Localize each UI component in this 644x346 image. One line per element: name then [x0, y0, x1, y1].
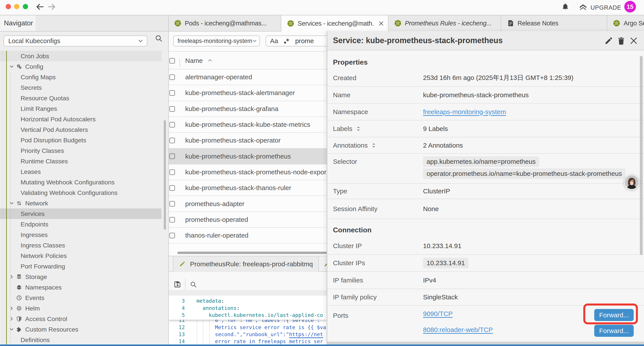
namespace-link[interactable]: freeleaps-monitoring-system: [423, 108, 506, 115]
sidebar-item[interactable]: Namespaces: [0, 282, 168, 293]
row-checkbox[interactable]: [170, 106, 175, 112]
sidebar-item[interactable]: Config: [0, 61, 168, 72]
port-link[interactable]: 9090/TCP: [423, 310, 453, 318]
window-close-button[interactable]: [6, 4, 11, 9]
cluster-tab[interactable]: Services - icecheng@math...: [281, 15, 388, 31]
cluster-ips-badge[interactable]: 10.233.14.91: [423, 258, 468, 268]
upgrade-button[interactable]: UPGRADE: [579, 0, 622, 15]
layers-icon: [16, 285, 22, 290]
select-all-checkbox[interactable]: [170, 58, 175, 63]
window-zoom-button[interactable]: [23, 4, 28, 9]
sidebar-search-icon[interactable]: [155, 34, 163, 42]
user-avatar[interactable]: [624, 174, 640, 190]
sidebar-item[interactable]: Resource Quotas: [0, 93, 168, 103]
regex-toggle-icon[interactable]: [284, 38, 290, 44]
sidebar-item[interactable]: Mutating Webhook Configurations: [0, 177, 168, 187]
sidebar-item[interactable]: Secrets: [0, 82, 168, 93]
sidebar-item[interactable]: Storage: [0, 272, 168, 282]
drawer-row-selector: Selector app.kubernetes.io/name=promethe…: [327, 154, 644, 184]
sidebar-item[interactable]: Limit Ranges: [0, 103, 168, 114]
sidebar-item[interactable]: Definitions: [0, 335, 168, 345]
dock-tab-label: PrometheusRule: freeleaps-prod-rabbitmq: [190, 260, 313, 268]
tab-close-icon[interactable]: [378, 20, 384, 26]
sidebar-item[interactable]: Pod Disruption Budgets: [0, 135, 168, 145]
navigator-panel-header[interactable]: Navigator: [0, 15, 36, 31]
editor-search-icon[interactable]: [190, 281, 197, 288]
chevron-down-icon[interactable]: [9, 64, 14, 69]
drawer-row-type: Type ClusterIP: [327, 184, 644, 199]
name-column-header[interactable]: Name: [185, 52, 203, 69]
sidebar-item[interactable]: Network: [0, 198, 168, 209]
sidebar-item[interactable]: Ingress Classes: [0, 240, 168, 251]
yaml-editor[interactable]: 11 0","for":"hm","labels":{"service": 12…: [169, 296, 327, 345]
row-checkbox[interactable]: [170, 233, 175, 238]
row-checkbox[interactable]: [170, 138, 175, 143]
forward-arrow-icon[interactable]: [47, 2, 56, 11]
sidebar-item[interactable]: Config Maps: [0, 72, 168, 82]
line-number: 4: [169, 305, 185, 311]
annotations-label: Annotations: [333, 142, 368, 149]
sidebar-item[interactable]: Validating Webhook Configurations: [0, 187, 168, 198]
window-minimize-button[interactable]: [14, 4, 19, 9]
sidebar-item[interactable]: Custom Resources: [0, 324, 168, 335]
delete-trash-icon[interactable]: [617, 36, 626, 45]
cluster-tab[interactable]: Argo Se: [607, 15, 644, 31]
sidebar-item[interactable]: Leases: [0, 166, 168, 177]
forward-button[interactable]: Forward...: [594, 325, 634, 337]
row-checkbox[interactable]: [170, 217, 175, 223]
selector-badge[interactable]: app.kubernetes.io/name=prometheus: [423, 156, 539, 167]
sort-ascending-icon[interactable]: [207, 58, 212, 63]
sidebar-item-label: Secrets: [0, 84, 42, 91]
sidebar-item[interactable]: Horizontal Pod Autoscalers: [0, 114, 168, 124]
dock-tab-prometheusrule[interactable]: PrometheusRule: freeleaps-prod-rabbitmq: [173, 256, 319, 272]
table-horizontal-scrollbar[interactable]: [177, 252, 327, 254]
edit-pencil-icon[interactable]: [604, 36, 613, 45]
kubeconfig-select[interactable]: Local Kubeconfigs: [4, 35, 147, 46]
notification-count-badge[interactable]: 15: [624, 1, 636, 12]
sidebar-item[interactable]: Vertical Pod Autoscalers: [0, 124, 168, 135]
cluster-tab[interactable]: Release Notes: [501, 15, 607, 31]
back-arrow-icon[interactable]: [36, 2, 44, 11]
match-case-toggle[interactable]: Aa: [270, 37, 278, 45]
chevron-down-icon[interactable]: [9, 201, 14, 206]
sidebar-item[interactable]: Events: [0, 293, 168, 303]
sidebar-item[interactable]: Priority Classes: [0, 145, 168, 156]
row-checkbox[interactable]: [170, 90, 175, 96]
sidebar-scrollbar-thumb[interactable]: [164, 120, 166, 230]
drawer-scrollbar-thumb[interactable]: [640, 56, 643, 255]
cluster-tab[interactable]: Pods - icecheng@mathmas...: [168, 15, 281, 31]
row-checkbox[interactable]: [170, 169, 175, 175]
row-checkbox[interactable]: [170, 185, 175, 191]
row-checkbox[interactable]: [170, 74, 175, 80]
row-checkbox[interactable]: [170, 153, 175, 159]
sidebar-item-label: Resource Quotas: [0, 95, 69, 102]
sidebar-item[interactable]: Services: [0, 209, 162, 219]
sidebar-item[interactable]: Helm: [0, 303, 168, 314]
notifications-bell-icon[interactable]: [561, 3, 570, 11]
port-link[interactable]: 8080:reloader-web/TCP: [423, 326, 493, 334]
sidebar-item[interactable]: Cron Jobs: [0, 51, 162, 61]
row-checkbox[interactable]: [170, 201, 175, 207]
chevron-right-icon[interactable]: [9, 317, 14, 321]
sidebar-item[interactable]: Endpoints: [0, 219, 168, 230]
namespace-select[interactable]: freeleaps-monitoring-system: [173, 35, 260, 46]
save-icon[interactable]: [174, 280, 182, 288]
sidebar-divider[interactable]: [168, 15, 169, 345]
sort-toggle-icon[interactable]: [356, 126, 361, 131]
sidebar-item[interactable]: Network Policies: [0, 251, 168, 261]
sidebar-item[interactable]: Ingresses: [0, 230, 168, 240]
sidebar-item[interactable]: Port Forwarding: [0, 261, 168, 272]
chevron-right-icon[interactable]: [9, 306, 14, 311]
line-number: 12: [169, 324, 185, 331]
chevron-right-icon[interactable]: [9, 274, 14, 279]
sidebar-item[interactable]: Runtime Classes: [0, 156, 168, 166]
close-icon[interactable]: [629, 36, 638, 45]
sort-toggle-icon[interactable]: [371, 143, 376, 148]
drawer-horizontal-scrollbar[interactable]: [327, 342, 644, 345]
created-value: 253d 16h 6m ago (2025年1月13日 GMT+8 1:25:3…: [423, 73, 639, 82]
row-checkbox[interactable]: [170, 122, 175, 127]
chevron-down-icon[interactable]: [9, 327, 14, 332]
selector-badge[interactable]: operator.prometheus.io/name=kube-prometh…: [423, 168, 625, 179]
sidebar-item[interactable]: Access Control: [0, 314, 168, 324]
cluster-tab[interactable]: Prometheus Rules - icecheng...: [388, 15, 501, 31]
